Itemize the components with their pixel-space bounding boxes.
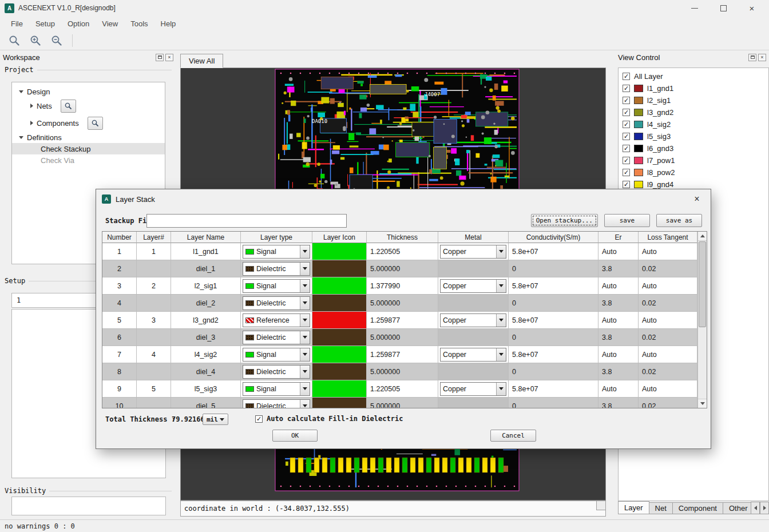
layer-checkbox[interactable]: ✓ bbox=[623, 169, 630, 176]
tree-item-design[interactable]: Design bbox=[12, 86, 165, 97]
arrow-up-icon bbox=[700, 235, 705, 237]
tab-net[interactable]: Net bbox=[649, 502, 673, 514]
tab-view-all[interactable]: View All bbox=[180, 54, 223, 68]
menu-item-file[interactable]: File bbox=[5, 18, 29, 30]
tab-other[interactable]: Other bbox=[723, 502, 754, 514]
layer-item-l4_sig2[interactable]: ✓l4_sig2 bbox=[619, 118, 768, 130]
layer-checkbox[interactable]: ✓ bbox=[623, 157, 630, 164]
combo-dropdown-button[interactable] bbox=[496, 314, 506, 327]
layer-item-l8_pow2[interactable]: ✓l8_pow2 bbox=[619, 166, 768, 178]
components-search-button[interactable] bbox=[88, 117, 103, 130]
layer-item-l7_pow1[interactable]: ✓l7_pow1 bbox=[619, 154, 768, 166]
combo-dropdown-button[interactable] bbox=[300, 263, 310, 275]
layer-item-l1_gnd1[interactable]: ✓l1_gnd1 bbox=[619, 82, 768, 94]
zoom-out-button[interactable] bbox=[49, 33, 64, 48]
workspace-close-button[interactable]: × bbox=[165, 54, 173, 61]
tree-item-check-via[interactable]: Check Via bbox=[12, 154, 165, 166]
metal-select-l3_gnd2[interactable]: Copper bbox=[440, 313, 506, 327]
combo-dropdown-button[interactable] bbox=[496, 383, 506, 395]
auto-calc-checkbox[interactable]: ✓ bbox=[255, 415, 263, 423]
scrollbar-thumb[interactable] bbox=[699, 241, 706, 327]
combo-dropdown-button[interactable] bbox=[496, 245, 506, 258]
layer-checkbox[interactable]: ✓ bbox=[623, 133, 630, 140]
tree-item-components[interactable]: Components bbox=[12, 114, 165, 132]
layer-checkbox[interactable]: ✓ bbox=[623, 109, 630, 116]
layer-type-select-l3_gnd2[interactable]: Reference bbox=[243, 313, 310, 327]
ok-button[interactable]: OK bbox=[272, 430, 318, 442]
cell-metal bbox=[438, 363, 509, 380]
unit-select[interactable]: mil bbox=[203, 414, 228, 425]
tab-scroll-right-button[interactable] bbox=[760, 502, 769, 514]
open-stackup-button[interactable]: Open stackup... bbox=[531, 214, 598, 227]
combo-dropdown-button[interactable] bbox=[300, 314, 310, 327]
metal-select-l2_sig1[interactable]: Copper bbox=[440, 279, 506, 293]
menu-item-help[interactable]: Help bbox=[154, 18, 183, 30]
cell-number: 10 bbox=[102, 398, 137, 408]
save-button[interactable]: save bbox=[604, 214, 650, 227]
combo-dropdown-button[interactable] bbox=[300, 280, 310, 292]
metal-select-l4_sig2[interactable]: Copper bbox=[440, 348, 506, 362]
metal-select-l1_gnd1[interactable]: Copper bbox=[440, 245, 506, 259]
menu-item-option[interactable]: Option bbox=[61, 18, 96, 30]
visibility-box[interactable] bbox=[11, 497, 166, 515]
tree-item-check-stackup[interactable]: Check Stackup bbox=[12, 143, 165, 154]
tab-component[interactable]: Component bbox=[673, 502, 723, 514]
combo-dropdown-button[interactable] bbox=[300, 348, 310, 361]
layer-checkbox[interactable]: ✓ bbox=[623, 73, 630, 80]
metal-select-l5_sig3[interactable]: Copper bbox=[440, 382, 506, 396]
combo-dropdown-button[interactable] bbox=[300, 331, 310, 344]
cancel-button[interactable]: Cancel bbox=[490, 430, 536, 442]
menu-item-setup[interactable]: Setup bbox=[29, 18, 61, 30]
combo-dropdown-button[interactable] bbox=[300, 245, 310, 258]
menu-item-view[interactable]: View bbox=[96, 18, 124, 30]
table-scrollbar[interactable] bbox=[697, 232, 707, 408]
layer-type-select-l4_sig2[interactable]: Signal bbox=[243, 348, 310, 362]
layer-type-select-diel_4[interactable]: Dielectric bbox=[243, 365, 310, 379]
tab-scroll-left-button[interactable] bbox=[751, 502, 760, 514]
tree-item-nets[interactable]: Nets bbox=[12, 97, 165, 114]
column-header-layer-name: Layer Name bbox=[171, 232, 241, 243]
layer-item-l3_gnd2[interactable]: ✓l3_gnd2 bbox=[619, 106, 768, 118]
layer-item-all-layer[interactable]: ✓All Layer bbox=[619, 70, 768, 82]
workspace-float-button[interactable] bbox=[156, 54, 164, 61]
layer-type-select-diel_2[interactable]: Dielectric bbox=[243, 296, 310, 310]
layer-item-l5_sig3[interactable]: ✓l5_sig3 bbox=[619, 130, 768, 142]
layer-type-select-l1_gnd1[interactable]: Signal bbox=[243, 245, 310, 259]
layer-item-l2_sig1[interactable]: ✓l2_sig1 bbox=[619, 94, 768, 106]
nets-search-button[interactable] bbox=[61, 100, 76, 113]
view-control-float-button[interactable] bbox=[748, 54, 756, 61]
layer-type-select-diel_3[interactable]: Dielectric bbox=[243, 331, 310, 344]
zoom-button[interactable] bbox=[7, 33, 22, 48]
layer-checkbox[interactable]: ✓ bbox=[623, 145, 630, 152]
tree-item-definitions[interactable]: Definitions bbox=[12, 132, 165, 143]
maximize-button[interactable] bbox=[719, 3, 728, 13]
combo-dropdown-button[interactable] bbox=[496, 348, 506, 361]
combo-dropdown-button[interactable] bbox=[300, 383, 310, 395]
layer-type-select-diel_5[interactable]: Dielectric bbox=[243, 399, 310, 409]
layer-checkbox[interactable]: ✓ bbox=[623, 97, 630, 104]
scroll-down-button[interactable] bbox=[698, 399, 707, 408]
column-header-er: Er bbox=[598, 232, 639, 243]
tab-layer[interactable]: Layer bbox=[618, 501, 649, 514]
zoom-in-button[interactable] bbox=[28, 33, 43, 48]
combo-dropdown-button[interactable] bbox=[300, 297, 310, 309]
scroll-up-button[interactable] bbox=[698, 232, 707, 241]
stackup-file-input[interactable] bbox=[146, 214, 347, 228]
save-as-button[interactable]: save as bbox=[656, 214, 702, 227]
layer-type-select-l5_sig3[interactable]: Signal bbox=[243, 382, 310, 396]
combo-dropdown-button[interactable] bbox=[496, 280, 506, 292]
dialog-titlebar[interactable]: A Layer Stack × bbox=[96, 189, 711, 209]
layer-type-select-diel_1[interactable]: Dielectric bbox=[243, 262, 310, 276]
combo-dropdown-button[interactable] bbox=[300, 366, 310, 378]
combo-dropdown-button[interactable] bbox=[300, 400, 310, 409]
view-control-close-button[interactable]: × bbox=[758, 54, 766, 61]
minimize-button[interactable] bbox=[690, 3, 699, 13]
close-button[interactable]: × bbox=[747, 3, 756, 13]
menu-item-tools[interactable]: Tools bbox=[124, 18, 154, 30]
layer-checkbox[interactable]: ✓ bbox=[623, 121, 630, 128]
layer-item-l6_gnd3[interactable]: ✓l6_gnd3 bbox=[619, 142, 768, 154]
layer-type-select-l2_sig1[interactable]: Signal bbox=[243, 279, 310, 293]
layer-checkbox[interactable]: ✓ bbox=[623, 181, 630, 188]
dialog-close-button[interactable]: × bbox=[689, 194, 705, 204]
layer-checkbox[interactable]: ✓ bbox=[623, 85, 630, 92]
